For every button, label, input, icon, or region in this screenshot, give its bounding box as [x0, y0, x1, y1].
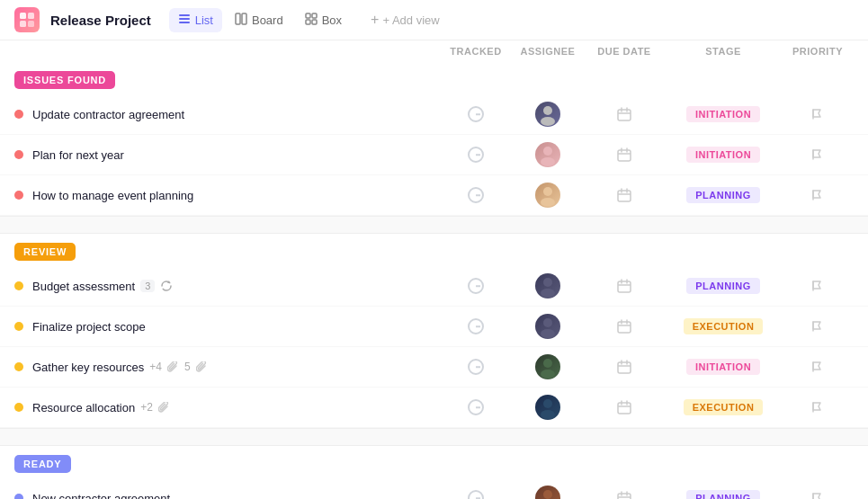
svg-rect-45	[618, 362, 631, 373]
avatar	[535, 273, 560, 299]
task-row[interactable]: Resource allocation +2	[0, 388, 868, 428]
tab-board[interactable]: Board	[226, 8, 292, 32]
task-name: Gather key resources +4 5	[32, 361, 440, 374]
calendar-icon	[617, 491, 631, 499]
paperclip-icon-3	[158, 402, 170, 414]
section-divider-2	[0, 428, 868, 446]
board-icon	[235, 13, 247, 28]
section-ready-header: READY	[0, 446, 868, 478]
column-headers: TRACKED ASSIGNEE DUE DATE STAGE PRIORITY	[0, 40, 868, 62]
main-content: TRACKED ASSIGNEE DUE DATE STAGE PRIORITY…	[0, 40, 868, 499]
clock-icon	[468, 359, 484, 375]
task-dot	[14, 150, 23, 159]
assignee-cell	[512, 142, 584, 167]
stage-cell: INITIATION	[665, 147, 782, 163]
tracked-cell	[440, 318, 512, 334]
stage-cell: INITIATION	[665, 106, 782, 122]
priority-cell	[782, 189, 854, 201]
svg-point-49	[543, 399, 552, 408]
paperclip-icon-2	[196, 361, 208, 373]
add-view-button[interactable]: + + Add view	[362, 7, 449, 32]
task-row[interactable]: How to manage event planning PLANNIN	[0, 175, 868, 216]
avatar	[535, 142, 560, 167]
tracked-cell	[440, 106, 512, 122]
priority-cell	[782, 108, 854, 120]
tracked-cell	[440, 187, 512, 203]
section-ready-label: READY	[14, 455, 71, 473]
clock-icon	[468, 187, 484, 203]
svg-rect-3	[28, 21, 34, 27]
tab-list[interactable]: List	[169, 8, 222, 32]
task-name: Plan for next year	[32, 148, 440, 162]
svg-rect-57	[618, 494, 631, 499]
task-row[interactable]: Plan for next year INITIATION	[0, 135, 868, 175]
task-row[interactable]: Gather key resources +4 5	[0, 347, 868, 388]
task-name: Budget assessment 3	[32, 280, 440, 293]
list-icon	[178, 13, 191, 28]
svg-point-44	[541, 370, 555, 379]
task-name: Resource allocation +2	[32, 401, 440, 414]
svg-rect-8	[242, 13, 246, 24]
avatar	[535, 395, 560, 420]
tracked-cell	[440, 147, 512, 163]
svg-rect-15	[618, 110, 631, 120]
svg-point-14	[541, 117, 555, 126]
duedate-cell	[584, 107, 665, 121]
task-dot	[14, 110, 23, 119]
svg-point-20	[541, 157, 555, 166]
paperclip-icon	[167, 361, 179, 373]
clock-icon	[468, 318, 484, 334]
box-icon	[305, 13, 318, 28]
refresh-icon	[160, 280, 173, 292]
extras-badge: +4	[149, 361, 162, 373]
stage-badge: INITIATION	[686, 359, 760, 375]
clock-icon	[468, 490, 484, 499]
task-name: Update contractor agreement	[32, 108, 440, 121]
svg-point-26	[541, 198, 555, 207]
stage-cell: EXECUTION	[665, 318, 782, 334]
stage-badge: PLANNING	[686, 490, 759, 499]
extras-badge-2: +2	[140, 401, 153, 414]
svg-rect-11	[306, 20, 310, 24]
avatar	[535, 354, 560, 379]
assignee-cell	[512, 183, 584, 208]
task-dot	[14, 362, 23, 371]
task-row[interactable]: Budget assessment 3	[0, 266, 868, 307]
plus-icon: +	[371, 12, 379, 28]
section-divider	[0, 216, 868, 234]
assignee-cell	[512, 354, 584, 379]
avatar	[535, 314, 560, 339]
calendar-icon	[617, 279, 631, 293]
svg-point-13	[543, 106, 552, 115]
task-row[interactable]: New contractor agreement PLANNING	[0, 478, 868, 499]
stage-badge: EXECUTION	[684, 399, 764, 415]
svg-rect-4	[179, 14, 190, 16]
tab-box[interactable]: Box	[296, 8, 351, 32]
stage-cell: PLANNING	[665, 187, 782, 203]
task-row[interactable]: Update contractor agreement INITIATI	[0, 94, 868, 135]
calendar-icon	[617, 188, 631, 202]
calendar-icon	[617, 400, 631, 414]
priority-cell	[782, 361, 854, 373]
tab-board-label: Board	[252, 13, 283, 27]
flag-icon	[811, 108, 824, 120]
priority-cell	[782, 492, 854, 499]
calendar-icon	[617, 147, 631, 162]
stage-badge: INITIATION	[686, 106, 760, 122]
svg-point-50	[541, 410, 555, 419]
priority-cell	[782, 320, 854, 333]
svg-rect-5	[179, 18, 190, 20]
tracked-cell	[440, 278, 512, 294]
stage-badge: PLANNING	[686, 278, 759, 294]
section-issues-label: ISSUES FOUND	[14, 71, 115, 89]
svg-point-19	[543, 147, 552, 156]
priority-cell	[782, 148, 854, 161]
svg-point-37	[543, 318, 552, 327]
avatar	[535, 486, 560, 499]
project-title: Release Project	[50, 13, 151, 28]
app-header: Release Project List Board	[0, 0, 868, 40]
task-row[interactable]: Finalize project scope EXECUTION	[0, 307, 868, 347]
tracked-cell	[440, 399, 512, 415]
calendar-icon	[617, 107, 631, 121]
stage-badge: INITIATION	[686, 147, 760, 163]
